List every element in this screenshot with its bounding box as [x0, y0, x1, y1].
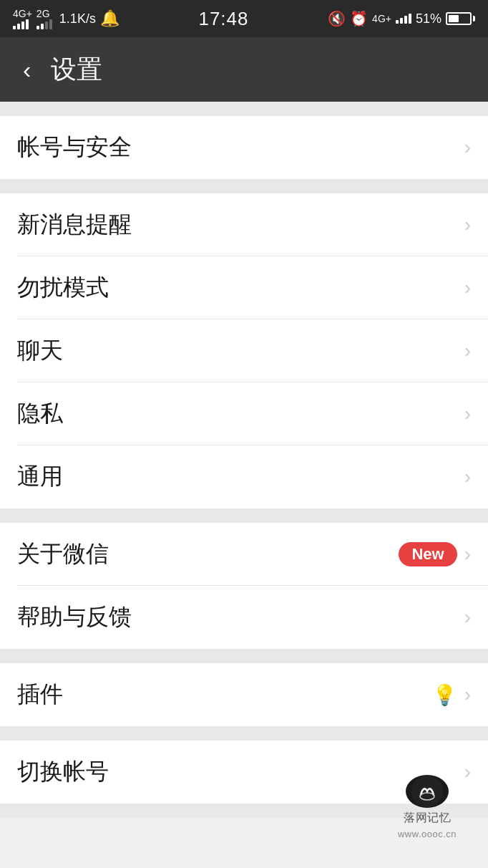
battery-indicator — [446, 12, 475, 25]
notification-icon: 🔔 — [100, 9, 119, 28]
section-gap-3 — [0, 649, 488, 663]
signal-2g: 2G — [36, 9, 52, 29]
settings-group-1: 新消息提醒 › 勿扰模式 › 聊天 › 隐私 › 通用 › — [0, 193, 488, 508]
settings-group-3: 插件 💡 › — [0, 663, 488, 726]
right-signal: 4G+ — [372, 13, 391, 24]
watermark-brand: 落网记忆 — [404, 811, 451, 826]
signal-4g: 4G+ — [13, 9, 32, 29]
settings-item-plugins[interactable]: 插件 💡 › — [0, 663, 488, 726]
nav-bar: ‹ 设置 — [0, 37, 488, 102]
chevron-right-icon: › — [464, 136, 471, 159]
settings-item-label: 插件 — [17, 679, 425, 710]
settings-item-new-message[interactable]: 新消息提醒 › — [0, 193, 488, 256]
section-gap-2 — [0, 508, 488, 523]
settings-item-account-security[interactable]: 帐号与安全 › — [0, 116, 488, 179]
watermark-logo-icon — [411, 775, 444, 808]
chevron-right-icon: › — [464, 276, 471, 299]
battery-percent: 51% — [416, 11, 441, 26]
status-time: 17:48 — [198, 8, 248, 30]
settings-item-label: 帐号与安全 — [17, 132, 457, 163]
settings-item-general[interactable]: 通用 › — [0, 445, 488, 508]
mute-icon: 🔇 — [328, 10, 346, 27]
watermark-logo — [406, 775, 449, 808]
settings-item-label: 勿扰模式 — [17, 272, 457, 304]
status-left: 4G+ 2G 1.1K/s 🔔 — [13, 9, 119, 29]
settings-item-label: 新消息提醒 — [17, 209, 457, 241]
settings-item-help-feedback[interactable]: 帮助与反馈 › — [0, 586, 488, 649]
settings-container: 帐号与安全 › 新消息提醒 › 勿扰模式 › 聊天 › 隐私 › 通用 › 关于… — [0, 102, 488, 818]
settings-group-2: 关于微信 New › 帮助与反馈 › — [0, 523, 488, 649]
settings-item-label: 通用 — [17, 461, 457, 493]
settings-item-label: 隐私 — [17, 398, 457, 430]
alarm-icon: ⏰ — [350, 10, 368, 27]
status-bar: 4G+ 2G 1.1K/s 🔔 17:48 🔇 ⏰ 4G+ — [0, 0, 488, 37]
chevron-right-icon: › — [464, 466, 471, 488]
settings-item-about-wechat[interactable]: 关于微信 New › — [0, 523, 488, 586]
chevron-right-icon: › — [464, 402, 471, 425]
settings-item-label: 关于微信 — [17, 539, 387, 570]
status-right: 🔇 ⏰ 4G+ 51% — [328, 10, 475, 27]
chevron-right-icon: › — [464, 606, 471, 629]
section-gap-0 — [0, 102, 488, 116]
settings-item-chat[interactable]: 聊天 › — [0, 319, 488, 382]
watermark-site: www.oooc.cn — [398, 829, 457, 839]
new-badge: New — [399, 542, 457, 566]
settings-item-label: 聊天 — [17, 335, 457, 367]
speed-indicator: 1.1K/s — [59, 11, 96, 26]
settings-item-label: 帮助与反馈 — [17, 602, 457, 633]
chevron-right-icon: › — [464, 683, 471, 706]
settings-item-dnd[interactable]: 勿扰模式 › — [0, 256, 488, 319]
chevron-right-icon: › — [464, 213, 471, 236]
page-title: 设置 — [51, 52, 102, 87]
chevron-right-icon: › — [464, 543, 471, 566]
back-button[interactable]: ‹ — [17, 50, 36, 90]
watermark: 落网记忆 www.oooc.cn — [381, 775, 474, 839]
settings-group-0: 帐号与安全 › — [0, 116, 488, 179]
lightbulb-icon: 💡 — [432, 683, 457, 707]
section-gap-1 — [0, 179, 488, 193]
section-gap-4 — [0, 726, 488, 741]
settings-item-privacy[interactable]: 隐私 › — [0, 382, 488, 445]
chevron-right-icon: › — [464, 339, 471, 362]
